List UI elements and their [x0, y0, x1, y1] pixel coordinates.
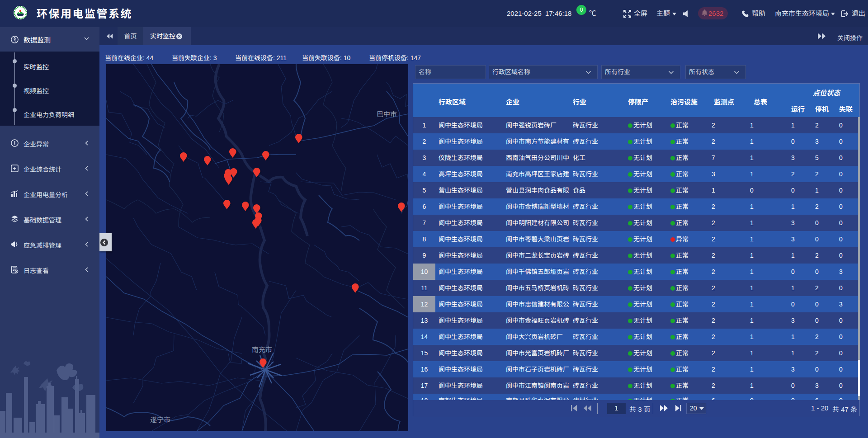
svg-text:南充市: 南充市	[252, 346, 272, 353]
svg-text:巴中市: 巴中市	[377, 110, 397, 118]
svg-text:遂宁市: 遂宁市	[150, 416, 170, 424]
